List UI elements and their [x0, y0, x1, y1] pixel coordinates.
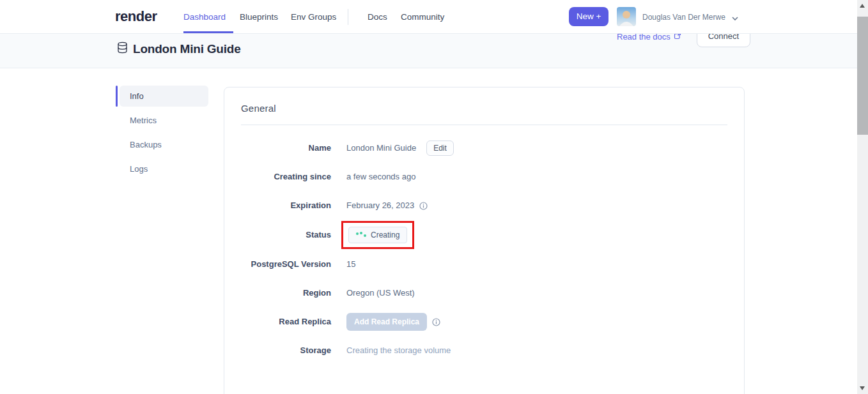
scroll-down-arrow[interactable]	[860, 386, 865, 390]
scrollbar-thumb[interactable]	[857, 17, 868, 135]
field-value: Creating the storage volume	[346, 345, 451, 355]
read-the-docs-link[interactable]: Read the docs	[617, 34, 681, 42]
avatar[interactable]	[617, 7, 636, 26]
scroll-up-arrow[interactable]	[860, 4, 865, 8]
nav-link-community[interactable]: Community	[401, 12, 444, 22]
field-value: 15	[346, 259, 355, 269]
connect-button[interactable]: Connect	[697, 34, 750, 47]
field-label: Expiration	[241, 201, 331, 210]
info-icon[interactable]	[419, 201, 428, 209]
sidebar-item-backups[interactable]: Backups	[120, 134, 208, 155]
page-title: London Mini Guide	[133, 42, 241, 56]
field-value: Oregon (US West)	[346, 288, 415, 298]
field-row-region: Region Oregon (US West)	[241, 278, 727, 307]
general-card: General Name London Mini Guide Edit Crea…	[224, 87, 745, 394]
sidebar-item-info[interactable]: Info	[120, 86, 208, 107]
user-name[interactable]: Douglas Van Der Merwe	[642, 13, 725, 22]
edit-name-button[interactable]: Edit	[426, 140, 454, 156]
new-button[interactable]: New +	[569, 7, 608, 26]
field-row-storage: Storage Creating the storage volume	[241, 336, 727, 365]
field-row-creating-since: Creating since a few seconds ago	[241, 162, 727, 191]
page-header: London Mini Guide Read the docs Connect	[0, 34, 857, 68]
nav-divider	[348, 9, 348, 25]
field-label: Storage	[241, 345, 331, 355]
field-label: Name	[241, 143, 331, 153]
red-annotation-box: Creating	[341, 221, 414, 249]
creating-spinner-icon	[356, 234, 366, 236]
field-label: Status	[241, 230, 331, 239]
field-label: Region	[241, 288, 331, 298]
database-icon	[117, 42, 128, 56]
field-row-pg-version: PostgreSQL Version 15	[241, 250, 727, 278]
field-row-read-replica: Read Replica Add Read Replica	[241, 307, 727, 336]
nav-link-dashboard[interactable]: Dashboard	[183, 12, 226, 22]
status-badge: Creating	[348, 227, 407, 243]
nav-link-blueprints[interactable]: Blueprints	[240, 12, 278, 22]
card-heading: General	[241, 103, 727, 114]
field-value: a few seconds ago	[346, 172, 415, 181]
sidebar: Info Metrics Backups Logs	[116, 86, 208, 183]
field-row-status: Status Creating	[241, 220, 727, 250]
field-row-name: Name London Mini Guide Edit	[241, 133, 727, 162]
chevron-down-icon[interactable]	[731, 13, 739, 21]
nav-link-docs[interactable]: Docs	[368, 12, 387, 22]
status-text: Creating	[371, 231, 399, 239]
field-value: February 26, 2023	[346, 201, 414, 210]
field-value: London Mini Guide	[346, 143, 416, 153]
field-label: Creating since	[241, 172, 331, 181]
nav-link-env-groups[interactable]: Env Groups	[291, 12, 336, 22]
card-divider	[241, 125, 727, 125]
field-label: Read Replica	[241, 317, 331, 326]
active-tab-underline	[183, 31, 233, 33]
render-logo[interactable]: render	[115, 8, 157, 25]
field-row-expiration: Expiration February 26, 2023	[241, 191, 727, 220]
sidebar-item-logs[interactable]: Logs	[120, 158, 208, 179]
sidebar-item-metrics[interactable]: Metrics	[120, 110, 208, 131]
add-read-replica-button[interactable]: Add Read Replica	[346, 313, 427, 331]
vertical-scrollbar[interactable]	[857, 0, 868, 394]
external-link-icon	[674, 34, 681, 42]
info-icon[interactable]	[432, 317, 440, 326]
top-nav: render Dashboard Blueprints Env Groups D…	[0, 0, 857, 34]
sidebar-active-indicator	[116, 86, 118, 107]
field-label: PostgreSQL Version	[241, 259, 331, 269]
